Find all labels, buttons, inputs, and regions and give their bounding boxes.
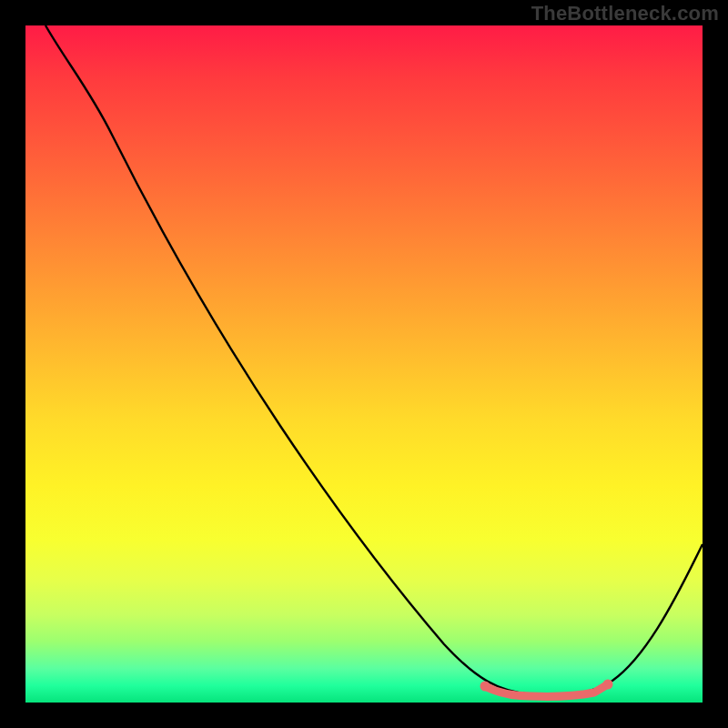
curve-layer [25,25,703,703]
watermark-text: TheBottleneck.com [531,2,719,25]
highlight-dot-end [603,680,613,690]
highlight-dot-start [480,682,490,692]
plot-area [25,25,703,703]
chart-frame: TheBottleneck.com [0,0,728,728]
main-curve [46,25,703,695]
highlight-segment [485,684,608,696]
